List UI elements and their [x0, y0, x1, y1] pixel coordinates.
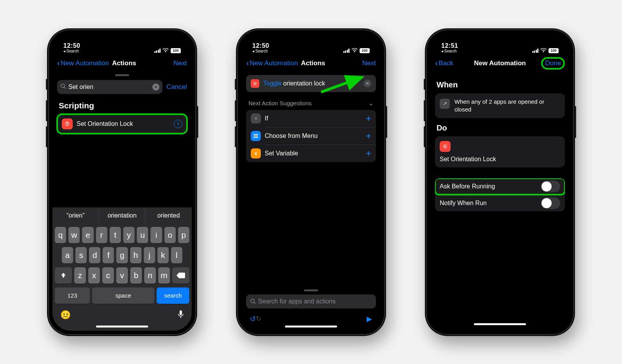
key-f[interactable]: f — [103, 247, 114, 263]
pred-2[interactable]: orientation — [99, 207, 146, 224]
wifi-icon — [351, 48, 358, 53]
key-m[interactable]: m — [158, 267, 170, 284]
action-toggle-orientation-lock[interactable]: Toggle orientation lock ✕ — [246, 75, 376, 92]
keyboard-predictions[interactable]: “orien” orientation oriented — [52, 207, 192, 224]
home-indicator[interactable] — [285, 326, 337, 327]
when-text: When any of 2 apps are opened or closed — [454, 98, 560, 114]
nav-next-button[interactable]: Next — [362, 59, 376, 67]
switch-icon[interactable] — [541, 181, 560, 192]
key-x[interactable]: x — [88, 267, 100, 284]
suggestions-header[interactable]: Next Action Suggestions ⌄ — [246, 98, 376, 110]
shift-key[interactable] — [55, 267, 72, 284]
remove-action-icon[interactable]: ✕ — [363, 80, 371, 87]
nav-bar: ‹ Back New Automation Done — [430, 55, 570, 72]
nav-back-button[interactable]: ‹ New Automation Actions — [57, 58, 136, 68]
key-b[interactable]: b — [130, 267, 142, 284]
key-w[interactable]: w — [68, 227, 80, 243]
key-j[interactable]: j — [144, 247, 155, 263]
section-when: When — [437, 80, 565, 89]
key-g[interactable]: g — [116, 247, 128, 263]
space-key[interactable]: space — [92, 287, 154, 304]
cancel-button[interactable]: Cancel — [166, 83, 187, 91]
search-input-field[interactable] — [68, 84, 150, 91]
cellular-icon — [532, 49, 539, 53]
svg-point-12 — [251, 299, 254, 303]
key-p[interactable]: p — [178, 227, 189, 243]
play-icon[interactable]: ▶ — [367, 315, 372, 323]
toggle-label: Notify When Run — [440, 200, 487, 207]
wifi-icon — [540, 48, 547, 53]
sheet-handle[interactable] — [115, 74, 129, 76]
status-time: 12:50 — [63, 43, 80, 49]
suggestion-set-variable[interactable]: x Set Variable + — [246, 145, 376, 162]
nav-back-button[interactable]: ‹ New Automation Actions — [246, 58, 325, 68]
nav-back-label: New Automation — [250, 59, 298, 67]
nav-next-button[interactable]: Next — [173, 59, 187, 67]
key-e[interactable]: e — [82, 227, 93, 243]
key-n[interactable]: n — [144, 267, 156, 284]
home-indicator[interactable] — [96, 326, 148, 327]
emoji-key[interactable]: 😐 — [60, 310, 71, 321]
pred-3[interactable]: oriented — [145, 207, 192, 224]
sheet-handle[interactable] — [304, 289, 318, 291]
search-actions-input[interactable]: Search for apps and actions — [246, 294, 376, 308]
key-o[interactable]: o — [164, 227, 176, 243]
key-z[interactable]: z — [74, 267, 86, 284]
suggestion-choose-menu[interactable]: Choose from Menu + — [246, 127, 376, 145]
variable-icon: x — [251, 148, 261, 158]
breadcrumb-back[interactable]: ◂ Search — [63, 49, 79, 53]
key-h[interactable]: h — [130, 247, 142, 263]
breadcrumb-back[interactable]: ◂ Search — [441, 49, 456, 53]
breadcrumb-back[interactable]: ◂ Search — [252, 49, 267, 53]
key-y[interactable]: y — [123, 227, 135, 243]
nav-back-button[interactable]: ‹ Back — [435, 58, 453, 68]
key-r[interactable]: r — [96, 227, 107, 243]
clear-icon[interactable]: ✕ — [152, 84, 159, 91]
svg-line-1 — [64, 87, 66, 89]
toggle-ask-before-running[interactable]: Ask Before Running — [435, 178, 565, 195]
key-a[interactable]: a — [62, 247, 73, 263]
undo-icon[interactable]: ↺ — [250, 315, 256, 323]
key-l[interactable]: l — [171, 247, 182, 263]
result-set-orientation-lock[interactable]: Set Orientation Lock i — [57, 114, 187, 134]
page-title: Actions — [301, 59, 325, 67]
switch-icon[interactable] — [541, 197, 560, 209]
svg-rect-8 — [255, 83, 255, 84]
suggestion-if[interactable]: ⑂ If + — [246, 110, 376, 127]
key-t[interactable]: t — [110, 227, 121, 243]
info-icon[interactable]: i — [174, 120, 182, 128]
key-v[interactable]: v — [116, 267, 128, 284]
key-s[interactable]: s — [75, 247, 87, 263]
toggle-label: Ask Before Running — [440, 183, 495, 190]
key-i[interactable]: i — [150, 227, 162, 243]
delete-key[interactable] — [172, 267, 189, 284]
cellular-icon — [343, 49, 350, 53]
mic-key[interactable] — [178, 310, 184, 321]
orientation-lock-icon — [251, 79, 259, 88]
do-action-card[interactable]: Set Orientation Lock — [435, 136, 565, 167]
pred-1[interactable]: “orien” — [52, 207, 99, 224]
toggle-notify-when-run[interactable]: Notify When Run — [435, 195, 565, 211]
plus-icon[interactable]: + — [366, 148, 371, 159]
nav-done-button[interactable]: Done — [541, 57, 565, 70]
search-input[interactable]: ✕ — [57, 80, 162, 94]
key-k[interactable]: k — [157, 247, 169, 263]
result-label: Set Orientation Lock — [77, 120, 170, 127]
key-c[interactable]: c — [102, 267, 114, 284]
numbers-key[interactable]: 123 — [55, 287, 90, 304]
home-indicator[interactable] — [474, 323, 526, 325]
battery-icon: 100 — [549, 48, 559, 53]
key-q[interactable]: q — [55, 227, 66, 243]
chevron-left-icon: ‹ — [57, 58, 60, 68]
plus-icon[interactable]: + — [366, 113, 371, 124]
search-key[interactable]: search — [157, 287, 189, 304]
plus-icon[interactable]: + — [366, 131, 371, 141]
chevron-down-icon: ⌄ — [369, 100, 374, 107]
action-text: Toggle orientation lock — [263, 80, 360, 87]
when-condition-card[interactable]: ↗ When any of 2 apps are opened or close… — [435, 93, 565, 118]
keyboard[interactable]: “orien” orientation oriented qwertyuiop … — [52, 207, 192, 331]
key-d[interactable]: d — [89, 247, 100, 263]
redo-icon[interactable]: ↻ — [256, 315, 261, 323]
device-2: 12:50 ◂ Search 100 ‹ New Automation Acti… — [236, 28, 386, 336]
key-u[interactable]: u — [137, 227, 148, 243]
